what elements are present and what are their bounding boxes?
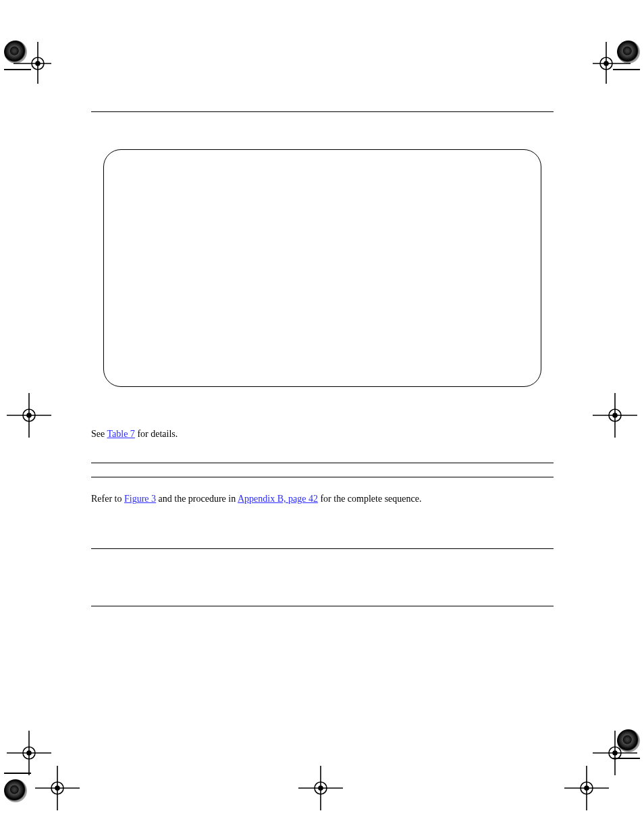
header-rule <box>91 111 554 112</box>
text: See <box>91 429 107 439</box>
registration-mark-icon <box>591 39 639 86</box>
body-paragraph: See Table 7 for details. <box>91 427 554 441</box>
footer-rule <box>91 606 554 606</box>
svg-point-35 <box>585 786 589 790</box>
figure-placeholder-panel <box>103 149 541 387</box>
corner-disc-bottom-left <box>4 779 27 802</box>
body-paragraph: Refer to Figure 3 and the procedure in A… <box>91 492 554 506</box>
registration-mark-icon <box>5 39 53 86</box>
registration-mark-icon <box>297 764 344 812</box>
registration-mark-icon <box>563 764 610 812</box>
registration-mark-icon <box>5 392 53 439</box>
svg-point-15 <box>613 413 617 417</box>
svg-point-23 <box>613 751 617 755</box>
text: for the complete sequence. <box>320 494 421 504</box>
text: for details. <box>137 429 178 439</box>
page-content: See Table 7 for details. Refer to Figure… <box>91 98 554 606</box>
svg-point-11 <box>27 413 31 417</box>
registration-mark-icon <box>34 764 81 812</box>
cross-reference-link[interactable]: Figure 3 <box>124 494 156 504</box>
text: Refer to <box>91 494 124 504</box>
svg-point-27 <box>55 786 59 790</box>
text: and the procedure in <box>159 494 238 504</box>
section-body: Refer to Figure 3 and the procedure in A… <box>91 492 554 506</box>
section-rule-heavy <box>91 463 554 463</box>
registration-mark-icon <box>591 392 639 439</box>
svg-point-31 <box>319 786 323 790</box>
svg-point-19 <box>27 751 31 755</box>
cross-reference-link[interactable]: Table 7 <box>107 429 134 439</box>
svg-point-7 <box>604 61 608 66</box>
svg-point-3 <box>36 61 40 66</box>
footer-rule <box>91 548 554 549</box>
section-divider <box>91 463 554 477</box>
section-rule-light <box>91 477 554 477</box>
cross-reference-link[interactable]: Appendix B, page 42 <box>238 494 318 504</box>
